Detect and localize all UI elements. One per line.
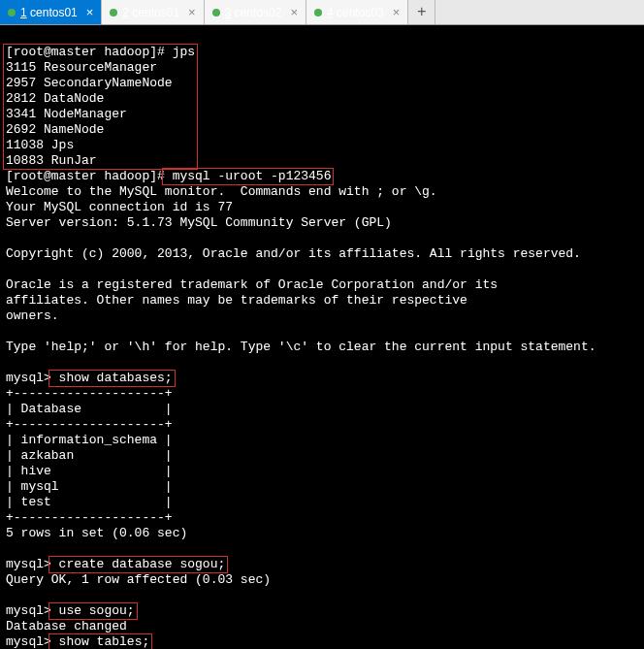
tab-label: centos02 (235, 6, 282, 19)
mysql-welcome-line: Type 'help;' or '\h' for help. Type '\c'… (6, 340, 596, 354)
highlight-create-database: create database sogou; (48, 556, 228, 573)
jps-output-line: 2957 SecondaryNameNode (6, 76, 173, 90)
jps-output-line: 2692 NameNode (6, 122, 104, 137)
db-rows-msg: 5 rows in set (0.06 sec) (6, 526, 187, 540)
db-table-line: | mysql | (6, 479, 173, 494)
mysql-welcome-line: Server version: 5.1.73 MySQL Community S… (6, 215, 392, 230)
jps-output-line: 10883 RunJar (6, 153, 97, 168)
add-tab-button[interactable]: + (408, 0, 435, 24)
mysql-prompt: mysql> (6, 371, 51, 385)
cmd-create-database: create database sogou; (51, 557, 225, 571)
status-dot-icon (8, 9, 16, 16)
close-icon[interactable]: × (188, 5, 196, 19)
mysql-prompt: mysql> (6, 634, 51, 649)
shell-prompt: [root@master hadoop]# (6, 169, 165, 183)
highlight-show-tables: show tables; (48, 633, 152, 649)
status-dot-icon (314, 9, 322, 16)
shell-prompt: [root@master hadoop]# (6, 45, 165, 59)
db-table-line: | azkaban | (6, 448, 173, 463)
mysql-welcome-line: Welcome to the MySQL monitor. Commands e… (6, 184, 437, 199)
tab-centos03[interactable]: 4 centos03 × (306, 0, 408, 24)
tab-centos02[interactable]: 3 centos02 × (205, 0, 306, 24)
close-icon[interactable]: × (393, 5, 401, 19)
use-msg: Database changed (6, 619, 127, 633)
tab-centos01-2[interactable]: 2 centos01 × (102, 0, 204, 24)
jps-output-line: 11038 Jps (6, 138, 74, 152)
mysql-welcome-line: affiliates. Other names may be trademark… (6, 293, 467, 308)
tab-bar: 1 centos01 × 2 centos01 × 3 centos02 × 4… (0, 0, 644, 25)
tab-label: centos01 (132, 6, 179, 19)
db-table-line: | hive | (6, 464, 173, 478)
mysql-welcome-line: Your MySQL connection id is 77 (6, 200, 233, 214)
highlight-jps: [root@master hadoop]# jps 3115 ResourceM… (3, 44, 198, 170)
highlight-mysql-login: mysql -uroot -p123456 (162, 168, 335, 185)
tab-label: centos03 (337, 6, 384, 19)
status-dot-icon (212, 9, 220, 16)
mysql-prompt: mysql> (6, 557, 51, 571)
db-table-line: | information_schema | (6, 433, 173, 447)
mysql-prompt: mysql> (6, 603, 51, 618)
tab-label: centos01 (30, 6, 78, 19)
tab-number: 3 (225, 6, 232, 19)
cmd-show-tables: show tables; (51, 634, 149, 649)
db-table-line: +--------------------+ (6, 417, 173, 432)
jps-output-line: 2812 DataNode (6, 91, 104, 106)
mysql-welcome-line: Oracle is a registered trademark of Orac… (6, 277, 498, 292)
close-icon[interactable]: × (290, 5, 298, 19)
cmd-show-databases: show databases; (51, 371, 173, 385)
close-icon[interactable]: × (86, 5, 94, 19)
mysql-welcome-line: owners. (6, 308, 59, 323)
status-dot-icon (110, 9, 117, 16)
jps-output-line: 3115 ResourceManager (6, 60, 157, 75)
mysql-welcome-line: Copyright (c) 2000, 2013, Oracle and/or … (6, 246, 581, 261)
highlight-show-databases: show databases; (48, 370, 176, 387)
db-table-line: +--------------------+ (6, 510, 173, 525)
terminal[interactable]: [root@master hadoop]# jps 3115 ResourceM… (0, 25, 644, 649)
tab-number: 4 (327, 6, 334, 19)
jps-output-line: 3341 NodeManager (6, 107, 127, 121)
db-table-line: | test | (6, 495, 173, 509)
cmd-mysql: mysql -uroot -p123456 (165, 169, 332, 183)
create-msg: Query OK, 1 row affected (0.03 sec) (6, 572, 271, 587)
cmd-use-database: use sogou; (51, 603, 135, 618)
tab-number: 1 (20, 6, 27, 19)
db-table-line: | Database | (6, 402, 173, 416)
highlight-use-database: use sogou; (48, 602, 138, 620)
cmd-jps: jps (165, 45, 195, 59)
tab-number: 2 (122, 6, 129, 19)
db-table-line: +--------------------+ (6, 386, 173, 401)
tab-centos01-1[interactable]: 1 centos01 × (0, 0, 102, 24)
